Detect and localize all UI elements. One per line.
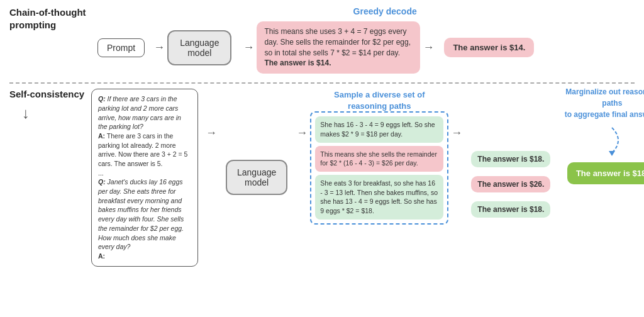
path-text-2: This means she she sells the remainder f…	[320, 150, 437, 167]
paths-container: She has 16 - 3 - 4 = 9 eggs left. So she…	[310, 111, 448, 225]
answer-text-1: The answer is $18.	[477, 155, 544, 164]
path-box-2: This means she she sells the remainder f…	[315, 146, 443, 172]
answers-area: The answer is $18. The answer is $26. Th…	[471, 151, 550, 218]
lang-model-top-label: Languagemodel	[180, 38, 219, 58]
answer-2: The answer is $26.	[471, 176, 550, 192]
sample-area: Sample a diverse set ofreasoning paths S…	[310, 89, 448, 225]
qa-ellipsis: ...	[98, 169, 104, 177]
diagram: Chain-of-thought prompting Greedy decode…	[0, 0, 644, 317]
arrow-lm-to-greedy: →	[243, 41, 254, 54]
marginalize-label: Marginalize out reasoning pathsto aggreg…	[565, 87, 644, 119]
lang-model-bottom-label: Languagemodel	[237, 167, 276, 187]
lang-model-bottom: Languagemodel	[226, 160, 287, 195]
arrow-greedy-to-answer: →	[423, 41, 434, 54]
qa-q1: Q: If there are 3 cars in the parking lo…	[98, 95, 181, 130]
self-label: Self-consistency	[9, 89, 91, 99]
dashed-arrow-svg	[593, 125, 631, 156]
down-arrow: ↓	[22, 106, 30, 121]
greedy-text: This means she uses 3 + 4 = 7 eggs every…	[264, 27, 411, 57]
answer-top: The answer is $14.	[444, 38, 534, 57]
arrow-qa-to-lm: →	[206, 126, 217, 140]
path-text-1: She has 16 - 3 - 4 = 9 eggs left. So she…	[320, 121, 435, 138]
answer-text-2: The answer is $26.	[477, 180, 544, 189]
arrow-lm-to-paths: →	[296, 126, 308, 140]
greedy-box: This means she uses 3 + 4 = 7 eggs every…	[257, 21, 420, 74]
sample-label: Sample a diverse set ofreasoning paths	[334, 90, 425, 111]
prompt-label: Prompt	[107, 43, 135, 53]
qa-a1: A: There are 3 cars in the parking lot a…	[98, 132, 187, 167]
path-box-1: She has 16 - 3 - 4 = 9 eggs left. So she…	[315, 116, 443, 142]
lang-model-top: Languagemodel	[167, 30, 231, 65]
qa-q2: Q: Janet's ducks lay 16 eggs per day. Sh…	[98, 178, 184, 250]
answer-3: The answer is $18.	[471, 201, 550, 218]
greedy-title: Greedy decode	[353, 6, 417, 16]
path-box-3: She eats 3 for breakfast, so she has 16 …	[315, 175, 443, 220]
path-text-3: She eats 3 for breakfast, so she has 16 …	[320, 179, 438, 214]
divider	[9, 82, 635, 84]
chain-label: Chain-of-thought prompting	[9, 7, 86, 30]
greedy-bold: The answer is $14.	[264, 58, 331, 67]
answer-text-3: The answer is $18.	[477, 205, 544, 214]
final-answer-box: The answer is $18.	[567, 162, 644, 184]
answer-1: The answer is $18.	[471, 151, 550, 167]
arrow-paths-to-answers: →	[451, 126, 462, 140]
arrow-prompt-to-lm: →	[153, 41, 165, 54]
svg-marker-0	[609, 151, 615, 156]
qa-a2: A:	[98, 252, 105, 260]
prompt-box: Prompt	[97, 38, 145, 57]
prompt-qa-box: Q: If there are 3 cars in the parking lo…	[91, 89, 198, 266]
